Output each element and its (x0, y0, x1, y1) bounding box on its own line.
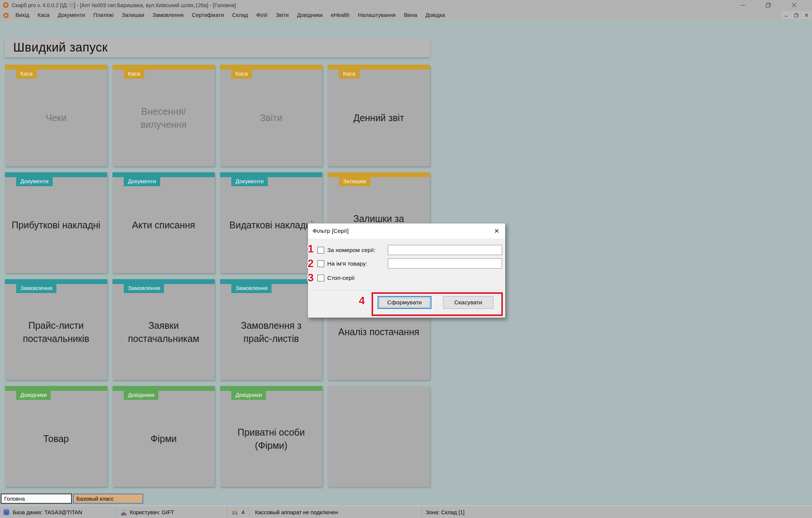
tile-category-bar (220, 386, 322, 391)
menu-item-10[interactable]: Довідники (293, 10, 327, 20)
tile-category-bar (220, 65, 322, 70)
menu-item-3[interactable]: Платежі (89, 10, 118, 20)
series-number-checkbox[interactable] (317, 247, 324, 254)
statusbar-connections: 4 (231, 506, 244, 518)
app-logo-icon (3, 2, 9, 8)
statusbar: База даних: TASA3@TITAN Користувач: GIFT… (0, 506, 812, 518)
tile-category-bar (5, 386, 107, 391)
tile-empty (328, 386, 430, 487)
statusbar-separator (227, 507, 227, 517)
database-icon (3, 509, 10, 516)
tile-category-bar (112, 172, 215, 177)
menu-item-8[interactable]: Філії (252, 10, 272, 20)
restore-button[interactable] (756, 0, 781, 10)
statusbar-user: Користувач: GIFT (120, 506, 174, 518)
cash-status-label: Кассовый аппарат не подключен (255, 509, 338, 515)
tile-label: Заявки постачальникам (112, 284, 215, 380)
tile-13[interactable]: ДовідникиФірми (112, 386, 215, 487)
series-number-label: За номером серії: (327, 247, 375, 254)
dialog-close-icon: ✕ (494, 227, 499, 235)
tile-14[interactable]: ДовідникиПриватні особи (Фірми) (220, 386, 322, 487)
mdi-system-icon (3, 12, 9, 18)
tile-10[interactable]: ЗамовленняЗамовлення з прайс-листів (220, 279, 322, 380)
menu-item-6[interactable]: Сертифікати (188, 10, 228, 20)
database-label: База даних: TASA3@TITAN (13, 509, 82, 515)
close-button[interactable] (781, 0, 807, 10)
tile-label: Акти списання (112, 177, 215, 273)
redacted-id: 9! (70, 2, 74, 8)
window-titlebar: Скарб pro v. 4.0.0.2 [ІД: 9!] - [Апт №00… (0, 0, 812, 10)
menu-item-12[interactable]: Налаштування (354, 10, 400, 20)
tile-8[interactable]: ЗамовленняПрайс-листи постачальників (5, 279, 107, 380)
statusbar-separator (249, 507, 249, 517)
annotation-1: 1 (308, 243, 314, 255)
tile-label: Фірми (112, 391, 215, 487)
tile-2[interactable]: КасаЗвіти (220, 65, 322, 166)
tile-12[interactable]: ДовідникиТовар (5, 386, 107, 487)
menu-item-9[interactable]: Звіти (272, 10, 293, 20)
dialog-close-button[interactable]: ✕ (488, 223, 505, 238)
zone-label: Зона: Склад [1] (426, 509, 464, 515)
tile-0[interactable]: КасаЧеки (5, 65, 107, 166)
tile-label: Денний звіт (328, 70, 430, 166)
tile-label: Прибуткові накладні (5, 177, 107, 273)
annotation-2: 2 (308, 257, 314, 270)
menu-item-5[interactable]: Замовлення (148, 10, 188, 20)
mdi-restore-icon (794, 13, 798, 18)
close-icon (792, 3, 797, 8)
mdi-minimize-button[interactable] (781, 11, 791, 19)
tile-category-bar (5, 65, 107, 70)
stop-series-label: Стоп-серії (327, 275, 355, 281)
tile-4[interactable]: ДокументиПрибуткові накладні (5, 172, 107, 273)
tile-category-bar (220, 172, 322, 177)
field-row-stop-series: Стоп-серії (317, 273, 355, 283)
tile-1[interactable]: КасаВнесення/вилучення (112, 65, 215, 166)
field-row-product-name: На ім'я товару: (317, 258, 367, 269)
tile-category-bar (5, 172, 107, 177)
series-number-input[interactable] (388, 245, 502, 255)
tile-category-bar (220, 279, 322, 284)
statusbar-separator (421, 507, 422, 517)
tab-home[interactable]: Головна (1, 494, 72, 504)
tile-label: Звіти (220, 70, 322, 166)
menu-item-14[interactable]: Довідка (421, 10, 449, 20)
menu-item-4[interactable]: Залишки (118, 10, 148, 20)
product-name-checkbox[interactable] (317, 260, 324, 267)
field-row-series-number: За номером серії: (317, 245, 375, 255)
annotation-3: 3 (308, 272, 314, 284)
menu-item-7[interactable]: Склад (228, 10, 252, 20)
tab-base-class[interactable]: Базовый класс (73, 494, 143, 504)
mdi-restore-button[interactable] (791, 11, 801, 19)
menu-item-0[interactable]: Вихід (11, 10, 33, 20)
tile-category-bar (112, 279, 215, 284)
product-name-input[interactable] (388, 258, 502, 269)
menu-item-11[interactable]: eHealth (327, 10, 354, 20)
restore-icon (766, 3, 771, 8)
tile-category-bar (112, 65, 215, 70)
mdi-close-icon (804, 13, 809, 17)
mdi-minimize-icon (784, 13, 788, 17)
tile-5[interactable]: ДокументиАкти списання (112, 172, 215, 273)
user-label: Користувач: GIFT (130, 509, 174, 515)
tile-6[interactable]: ДокументиВидаткові накладні (220, 172, 322, 273)
tile-category-bar (112, 386, 215, 391)
menu-item-2[interactable]: Документи (54, 10, 89, 20)
user-icon (120, 509, 127, 516)
tile-3[interactable]: КасаДенний звіт (328, 65, 430, 166)
menu-item-1[interactable]: Каса (33, 10, 54, 20)
connection-icon (231, 509, 238, 516)
tile-label: Прайс-листи постачальників (5, 284, 107, 380)
stop-series-checkbox[interactable] (317, 275, 324, 281)
tile-9[interactable]: ЗамовленняЗаявки постачальникам (112, 279, 215, 380)
tile-label: Внесення/вилучення (112, 70, 215, 166)
minimize-button[interactable] (730, 0, 756, 10)
statusbar-cash-status: Кассовый аппарат не подключен (255, 506, 338, 518)
menu-item-13[interactable]: Вікна (400, 10, 421, 20)
mdi-close-button[interactable] (801, 11, 811, 19)
menubar: ВихідКасаДокументиПлатежіЗалишкиЗамовлен… (0, 10, 812, 20)
tile-label: Приватні особи (Фірми) (220, 391, 322, 487)
tile-label: Замовлення з прайс-листів (220, 284, 322, 380)
product-name-label: На ім'я товару: (327, 260, 367, 267)
statusbar-separator (115, 507, 115, 517)
dialog-title: Фільтр [Серії] (313, 228, 349, 234)
